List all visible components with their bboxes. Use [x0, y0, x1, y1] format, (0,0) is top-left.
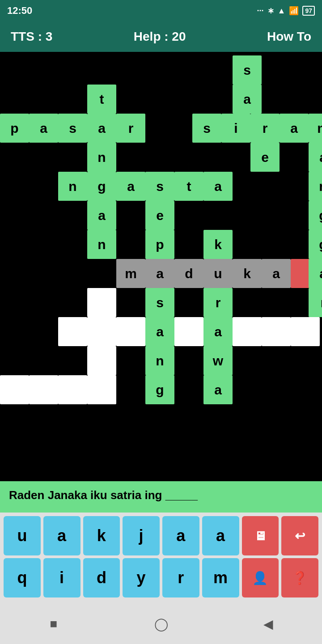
key-u[interactable]: u	[4, 516, 41, 555]
cell-i1[interactable]: i	[221, 114, 250, 143]
cell-r4[interactable]: r	[309, 288, 322, 317]
cell-a10[interactable]: a	[262, 259, 291, 288]
cell-s3[interactable]: s	[192, 114, 221, 143]
key-q[interactable]: q	[4, 558, 41, 597]
cell-m1[interactable]: m	[309, 114, 322, 143]
cell-a1[interactable]: a	[233, 85, 262, 114]
signal-icon: ▲	[278, 6, 286, 16]
cell-k2[interactable]: k	[233, 259, 262, 288]
cell-n3[interactable]: n	[309, 172, 322, 201]
key-a3[interactable]: a	[202, 516, 239, 555]
cell-a6[interactable]: a	[116, 172, 145, 201]
crossword-area: s t a p a s a r s i r a m n e a n g a s …	[0, 52, 322, 481]
cell-g4[interactable]: g	[145, 375, 174, 404]
cell-a8[interactable]: a	[87, 201, 116, 230]
cell-white9[interactable]	[87, 346, 116, 375]
cell-a12[interactable]: a	[145, 317, 174, 346]
cell-d1[interactable]: d	[174, 259, 203, 288]
nav-circle[interactable]: ◯	[148, 610, 174, 637]
cell-white13[interactable]	[87, 375, 116, 404]
key-backspace[interactable]: ↩	[281, 516, 318, 555]
crossword-grid: s t a p a s a r s i r a m n e a n g a s …	[0, 55, 322, 436]
key-k[interactable]: k	[83, 516, 120, 555]
nav-bar: ■ ◯ ◀	[0, 604, 322, 644]
key-y[interactable]: y	[123, 558, 160, 597]
key-profile[interactable]: 👤	[242, 558, 279, 597]
nav-back[interactable]: ◀	[255, 610, 282, 637]
key-i[interactable]: i	[43, 558, 80, 597]
status-bar: 12:50 ··· ∗ ▲ 📶 97	[0, 0, 322, 21]
status-icons: ··· ∗ ▲ 📶 97	[257, 6, 315, 16]
cell-g1[interactable]: g	[87, 172, 116, 201]
cell-a3[interactable]: a	[87, 114, 116, 143]
cell-w1[interactable]: w	[203, 346, 233, 375]
cell-n2[interactable]: n	[58, 172, 87, 201]
cell-white8[interactable]	[291, 317, 320, 346]
cell-white6[interactable]	[233, 317, 262, 346]
key-a2[interactable]: a	[162, 516, 199, 555]
tts-label: TTS : 3	[11, 30, 52, 44]
bluetooth-icon: ∗	[267, 6, 274, 16]
key-help[interactable]: ❓	[281, 558, 318, 597]
cell-a7[interactable]: a	[203, 172, 233, 201]
cell-a9[interactable]: a	[145, 259, 174, 288]
keyboard-row-1: u a k j a a 🖥 ↩	[4, 516, 318, 555]
cell-g3[interactable]: g	[309, 230, 322, 259]
cell-e1[interactable]: e	[250, 143, 280, 172]
wifi-icon: 📶	[289, 6, 299, 16]
cell-white7[interactable]	[262, 317, 291, 346]
cell-a13[interactable]: a	[203, 317, 233, 346]
cell-a4[interactable]: a	[280, 114, 309, 143]
cell-r1[interactable]: r	[116, 114, 145, 143]
key-j[interactable]: j	[123, 516, 160, 555]
cell-p2[interactable]: p	[145, 230, 174, 259]
cell-r3[interactable]: r	[203, 288, 233, 317]
nav-square[interactable]: ■	[40, 610, 67, 637]
cell-a14[interactable]: a	[203, 375, 233, 404]
cell-s2[interactable]: s	[58, 114, 87, 143]
cell-white2[interactable]	[58, 317, 87, 346]
cell-t1[interactable]: t	[87, 85, 116, 114]
cell-u1[interactable]: u	[203, 259, 233, 288]
cell-a2[interactable]: a	[29, 114, 58, 143]
key-monitor[interactable]: 🖥	[242, 516, 279, 555]
dots-icon: ···	[257, 6, 264, 16]
cell-r2[interactable]: r	[250, 114, 280, 143]
cell-n5[interactable]: n	[145, 346, 174, 375]
key-m[interactable]: m	[202, 558, 239, 597]
cell-white11[interactable]	[29, 375, 58, 404]
keyboard-row-2: q i d y r m 👤 ❓	[4, 558, 318, 597]
cell-white12[interactable]	[58, 375, 87, 404]
cell-n1[interactable]: n	[87, 143, 116, 172]
top-bar: TTS : 3 Help : 20 How To	[0, 21, 322, 52]
keyboard-area: u a k j a a 🖥 ↩ q i d y r m 👤 ❓	[0, 513, 322, 604]
status-time: 12:50	[7, 5, 32, 17]
cell-white5[interactable]	[174, 317, 203, 346]
key-r[interactable]: r	[162, 558, 199, 597]
cell-p[interactable]: p	[0, 114, 29, 143]
cell-white10[interactable]	[0, 375, 29, 404]
battery-icon: 97	[302, 6, 315, 16]
cell-white1[interactable]	[87, 288, 116, 317]
cell-white4[interactable]	[116, 317, 145, 346]
cell-t2[interactable]: t	[174, 172, 203, 201]
cell-g2[interactable]: g	[309, 201, 322, 230]
cell-a11[interactable]: a	[309, 259, 322, 288]
howto-button[interactable]: How To	[267, 30, 311, 44]
cell-k1[interactable]: k	[203, 230, 233, 259]
clue-text: Raden Janaka iku satria ing _____	[9, 488, 198, 502]
cell-n4[interactable]: n	[87, 230, 116, 259]
cell-m2[interactable]: m	[116, 259, 145, 288]
cell-s1[interactable]: s	[233, 55, 262, 85]
cell-s4[interactable]: s	[145, 172, 174, 201]
cell-white3[interactable]	[87, 317, 116, 346]
cell-a5[interactable]: a	[309, 143, 322, 172]
key-d[interactable]: d	[83, 558, 120, 597]
cell-s5[interactable]: s	[145, 288, 174, 317]
clue-area: Raden Janaka iku satria ing _____	[0, 481, 322, 513]
key-a[interactable]: a	[43, 516, 80, 555]
help-label: Help : 20	[134, 30, 186, 44]
cell-e2[interactable]: e	[145, 201, 174, 230]
